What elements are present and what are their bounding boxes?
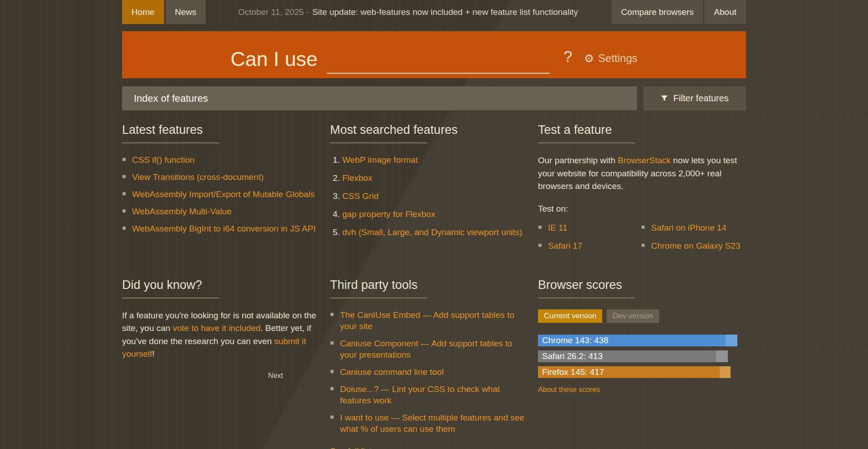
list-item: Safari 17	[538, 240, 641, 251]
feature-link[interactable]: WebAssembly Import/Export of Mutable Glo…	[132, 189, 315, 199]
tool-link[interactable]: Caniuse command line tool	[340, 367, 443, 377]
section-third-party-tools: Third party tools The CanIUse Embed — Ad…	[330, 278, 538, 449]
list-item: The CanIUse Embed — Add support tables t…	[330, 309, 525, 332]
announcement-link[interactable]: Site update: web-features now included +…	[312, 7, 578, 17]
test-browser-link[interactable]: IE 11	[548, 223, 567, 232]
list-item: Chrome on Galaxy S23	[641, 240, 744, 251]
next-button[interactable]: Next	[268, 372, 283, 379]
list-item: View Transitions (cross-document)	[122, 171, 317, 183]
list-item: Caniuse command line tool	[330, 366, 525, 378]
tool-link[interactable]: Caniuse Component — Add support tables t…	[340, 339, 512, 359]
news-announcement-bar: October 11, 2025 - Site update: web-feat…	[206, 0, 610, 24]
divider	[538, 298, 635, 298]
divider	[538, 142, 635, 143]
score-bar-extra	[720, 366, 731, 378]
list-item: Caniuse Component — Add support tables t…	[330, 338, 525, 360]
top-nav: Home News October 11, 2025 - Site update…	[122, 0, 746, 24]
question-mark: ?	[563, 47, 572, 66]
feature-link[interactable]: WebAssembly Multi-Value	[132, 207, 231, 216]
tab-about[interactable]: About	[704, 0, 746, 24]
list-item: WebAssembly Import/Export of Mutable Glo…	[122, 189, 317, 200]
section-latest-features: Latest features CSS if() function View T…	[122, 123, 330, 257]
list-item: CSS Grid	[342, 190, 525, 202]
feature-search-input[interactable]	[327, 56, 550, 74]
list-item: Flexbox	[342, 172, 525, 184]
current-version-button[interactable]: Current version	[538, 309, 602, 323]
feature-link[interactable]: gap property for Flexbox	[342, 209, 435, 219]
see-full-list-link[interactable]: See full list	[330, 446, 372, 449]
score-bar-safari[interactable]: Safari 26.2: 413	[538, 350, 746, 362]
list-item: IE 11	[538, 222, 641, 233]
browser-scores-title: Browser scores	[538, 278, 746, 292]
list-item: WebAssembly Multi-Value	[122, 206, 317, 217]
browserstack-link[interactable]: BrowserStack	[618, 156, 670, 165]
score-bar-chrome[interactable]: Chrome 143: 438	[538, 335, 746, 346]
list-item: dvh (Small, Large, and Dynamic viewport …	[342, 227, 525, 238]
list-item: gap property for Flexbox	[342, 208, 525, 220]
site-logo: Can I use	[231, 47, 318, 71]
site-header: Can I use ? ⚙ Settings	[122, 31, 746, 78]
tab-compare-browsers[interactable]: Compare browsers	[612, 0, 703, 24]
most-searched-title: Most searched features	[330, 123, 525, 137]
feature-link[interactable]: dvh (Small, Large, and Dynamic viewport …	[342, 227, 522, 237]
divider	[122, 142, 219, 143]
divider	[330, 298, 427, 298]
score-bar-label: Firefox 145: 417	[538, 366, 720, 378]
tool-link[interactable]: Doiuse...? — Lint your CSS to check what…	[340, 384, 500, 405]
list-item: Doiuse...? — Lint your CSS to check what…	[330, 383, 525, 406]
list-item: WebP image format	[342, 154, 525, 165]
about-these-scores-link[interactable]: About these scores	[538, 386, 600, 393]
index-of-features-bar: Index of features	[122, 86, 637, 110]
filter-features-label: Filter features	[673, 93, 728, 104]
settings-label: Settings	[598, 52, 637, 65]
score-bar-label: Chrome 143: 438	[538, 335, 726, 346]
divider	[122, 298, 219, 298]
score-bar-label: Safari 26.2: 413	[538, 350, 716, 362]
browserstack-text: Our partnership with BrowserStack now le…	[538, 154, 746, 193]
did-you-know-title: Did you know?	[122, 278, 317, 292]
feature-search	[327, 56, 550, 74]
section-browser-scores: Browser scores Current version Dev versi…	[538, 278, 746, 449]
list-item: WebAssembly BigInt to i64 conversion in …	[122, 223, 317, 234]
third-party-tools-title: Third party tools	[330, 278, 525, 292]
list-item: Safari on iPhone 14	[641, 222, 744, 233]
filter-features-button[interactable]: Filter features	[643, 86, 746, 110]
announcement-date: October 11, 2025 -	[238, 7, 309, 17]
feature-link[interactable]: View Transitions (cross-document)	[132, 172, 264, 182]
section-did-you-know: Did you know? If a feature you're lookin…	[122, 278, 330, 449]
list-item: I want to use — Select multiple features…	[330, 412, 525, 435]
tab-home[interactable]: Home	[122, 0, 164, 24]
settings-button[interactable]: ⚙ Settings	[584, 52, 637, 65]
feature-link[interactable]: Flexbox	[342, 173, 373, 183]
gear-icon: ⚙	[584, 53, 594, 64]
test-a-feature-title: Test a feature	[538, 123, 746, 137]
feature-link[interactable]: CSS if() function	[132, 155, 194, 165]
did-you-know-text: If a feature you're looking for is not a…	[122, 309, 317, 361]
divider	[330, 142, 427, 143]
vote-link[interactable]: vote to have it included	[173, 323, 260, 333]
latest-features-title: Latest features	[122, 123, 317, 137]
feature-link[interactable]: CSS Grid	[342, 191, 378, 201]
list-item: CSS if() function	[122, 154, 317, 165]
score-bar-extra	[726, 335, 737, 346]
section-most-searched: Most searched features WebP image format…	[330, 123, 538, 257]
test-browser-link[interactable]: Safari on iPhone 14	[651, 223, 726, 232]
tool-link[interactable]: The CanIUse Embed — Add support tables t…	[340, 310, 514, 331]
test-browser-link[interactable]: Chrome on Galaxy S23	[651, 241, 741, 250]
feature-link[interactable]: WebAssembly BigInt to i64 conversion in …	[132, 224, 316, 233]
section-test-a-feature: Test a feature Our partnership with Brow…	[538, 123, 746, 257]
score-bar-firefox[interactable]: Firefox 145: 417	[538, 366, 746, 378]
test-browser-link[interactable]: Safari 17	[548, 241, 582, 250]
feature-link[interactable]: WebP image format	[342, 155, 418, 165]
filter-funnel-icon	[660, 95, 668, 102]
tool-link[interactable]: I want to use — Select multiple features…	[340, 413, 524, 434]
score-bar-extra	[716, 350, 728, 362]
dev-version-button[interactable]: Dev version	[607, 309, 659, 323]
test-on-label: Test on:	[538, 204, 746, 214]
tab-news[interactable]: News	[165, 0, 206, 24]
